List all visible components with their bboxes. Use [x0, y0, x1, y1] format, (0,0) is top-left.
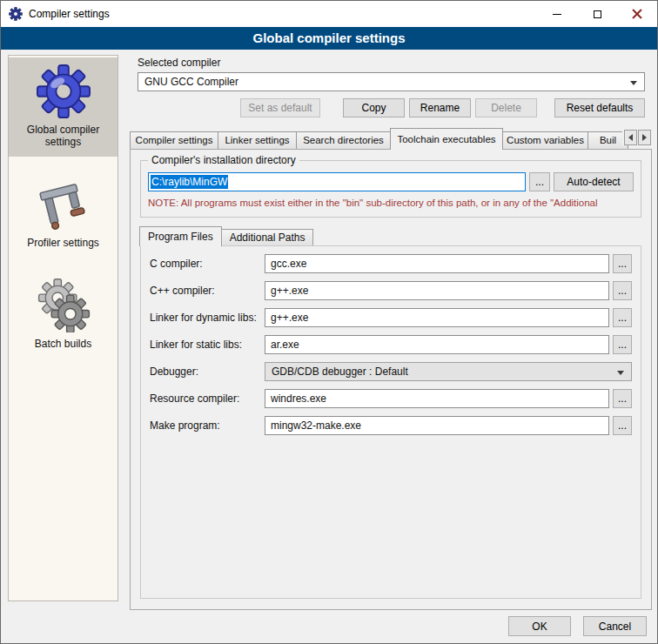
sidebar-item-batch-builds[interactable]: Batch builds	[9, 272, 118, 359]
gear-icon	[37, 64, 91, 118]
make-program-input[interactable]: mingw32-make.exe	[265, 416, 609, 435]
make-program-browse-button[interactable]: ...	[613, 416, 632, 435]
sidebar-item-profiler-settings[interactable]: Profiler settings	[9, 171, 118, 258]
settings-tabs: Compiler settings Linker settings Search…	[130, 128, 652, 149]
dialog-buttons: OK Cancel	[508, 616, 647, 636]
toolchain-executables-panel: Compiler's installation directory C:\ray…	[130, 149, 652, 610]
copy-button[interactable]: Copy	[343, 98, 405, 117]
dynamic-linker-input[interactable]: g++.exe	[265, 308, 609, 327]
dynamic-linker-browse-button[interactable]: ...	[613, 308, 632, 327]
app-icon	[9, 7, 23, 21]
category-sidebar: Global compiler settings Profiler settin…	[8, 55, 118, 601]
debugger-label: Debugger:	[150, 366, 265, 378]
compiler-settings-window: Compiler settings Global compiler settin…	[0, 0, 658, 644]
static-linker-label: Linker for static libs:	[150, 339, 265, 351]
tab-custom-variables[interactable]: Custom variables	[503, 131, 588, 149]
cpp-compiler-input[interactable]: g++.exe	[265, 281, 609, 300]
c-compiler-row: C compiler: gcc.exe ...	[150, 254, 632, 273]
installation-directory-input[interactable]: C:\raylib\MinGW	[148, 172, 526, 191]
sidebar-item-label: Profiler settings	[27, 237, 99, 249]
sidebar-item-global-compiler-settings[interactable]: Global compiler settings	[9, 57, 118, 157]
tab-search-directories[interactable]: Search directories	[297, 131, 391, 149]
debugger-select[interactable]: GDB/CDB debugger : Default	[265, 362, 632, 381]
cpp-compiler-label: C++ compiler:	[150, 285, 265, 297]
installation-directory-browse-button[interactable]: ...	[529, 172, 550, 191]
program-files-panel: C compiler: gcc.exe ... C++ compiler: g+…	[140, 245, 641, 599]
maximize-icon	[594, 10, 601, 18]
window-title: Compiler settings	[29, 8, 110, 20]
ok-button[interactable]: OK	[508, 616, 571, 636]
compiler-actions: Set as default Copy Rename Delete Reset …	[138, 98, 645, 117]
installation-directory-value: C:\raylib\MinGW	[151, 175, 228, 189]
make-program-label: Make program:	[150, 419, 265, 432]
tab-scroll-right-button[interactable]	[638, 130, 651, 145]
bin-subdirectory-note: NOTE: All programs must exist either in …	[148, 198, 639, 208]
tab-scroll-buttons	[622, 130, 651, 145]
gears-icon	[37, 278, 91, 332]
installation-directory-row: C:\raylib\MinGW ... Auto-detect	[148, 172, 634, 191]
auto-detect-button[interactable]: Auto-detect	[554, 172, 634, 191]
reset-defaults-button[interactable]: Reset defaults	[554, 98, 645, 117]
cpp-compiler-row: C++ compiler: g++.exe ...	[150, 281, 632, 300]
compiler-select[interactable]: GNU GCC Compiler	[138, 72, 645, 91]
dynamic-linker-row: Linker for dynamic libs: g++.exe ...	[150, 308, 632, 327]
close-icon	[632, 9, 642, 19]
chevron-down-icon	[630, 81, 637, 85]
cpp-compiler-browse-button[interactable]: ...	[613, 281, 632, 300]
static-linker-browse-button[interactable]: ...	[613, 335, 632, 354]
rename-button[interactable]: Rename	[409, 98, 471, 117]
static-linker-input[interactable]: ar.exe	[265, 335, 609, 354]
cancel-button[interactable]: Cancel	[583, 616, 647, 636]
debugger-select-value: GDB/CDB debugger : Default	[272, 366, 408, 378]
installation-directory-group: Compiler's installation directory C:\ray…	[140, 160, 641, 218]
maximize-button[interactable]	[577, 1, 617, 27]
close-button[interactable]	[617, 1, 657, 27]
arrow-right-icon	[642, 134, 647, 141]
make-program-row: Make program: mingw32-make.exe ...	[150, 416, 632, 435]
dialog-header: Global compiler settings	[1, 27, 657, 50]
set-as-default-button: Set as default	[240, 98, 320, 117]
sidebar-item-label: Global compiler settings	[10, 124, 116, 148]
minimize-button[interactable]	[537, 1, 577, 27]
delete-button: Delete	[475, 98, 537, 117]
static-linker-row: Linker for static libs: ar.exe ...	[150, 335, 632, 354]
c-compiler-input[interactable]: gcc.exe	[265, 254, 609, 273]
window-controls	[537, 1, 657, 27]
program-tabs: Program Files Additional Paths	[140, 226, 313, 245]
profiler-tool-icon	[37, 178, 91, 231]
tab-toolchain-executables[interactable]: Toolchain executables	[390, 128, 503, 150]
debugger-row: Debugger: GDB/CDB debugger : Default	[150, 362, 632, 381]
tab-additional-paths[interactable]: Additional Paths	[222, 229, 314, 245]
minimize-icon	[553, 14, 561, 15]
tab-linker-settings[interactable]: Linker settings	[218, 131, 297, 149]
installation-directory-group-title: Compiler's installation directory	[148, 154, 299, 166]
titlebar: Compiler settings	[1, 1, 657, 27]
c-compiler-label: C compiler:	[150, 258, 265, 270]
tab-scroll-left-button[interactable]	[624, 130, 637, 145]
resource-compiler-browse-button[interactable]: ...	[613, 389, 632, 408]
resource-compiler-label: Resource compiler:	[150, 392, 265, 405]
compiler-select-value: GNU GCC Compiler	[144, 73, 238, 91]
tab-compiler-settings[interactable]: Compiler settings	[130, 131, 218, 149]
resource-compiler-input[interactable]: windres.exe	[265, 389, 609, 408]
chevron-down-icon	[617, 371, 624, 375]
sidebar-item-label: Batch builds	[35, 338, 91, 350]
c-compiler-browse-button[interactable]: ...	[613, 254, 632, 273]
selected-compiler-label: Selected compiler	[138, 57, 220, 69]
resource-compiler-row: Resource compiler: windres.exe ...	[150, 389, 632, 408]
dynamic-linker-label: Linker for dynamic libs:	[150, 312, 265, 324]
arrow-left-icon	[628, 134, 633, 141]
tab-program-files[interactable]: Program Files	[139, 226, 222, 246]
